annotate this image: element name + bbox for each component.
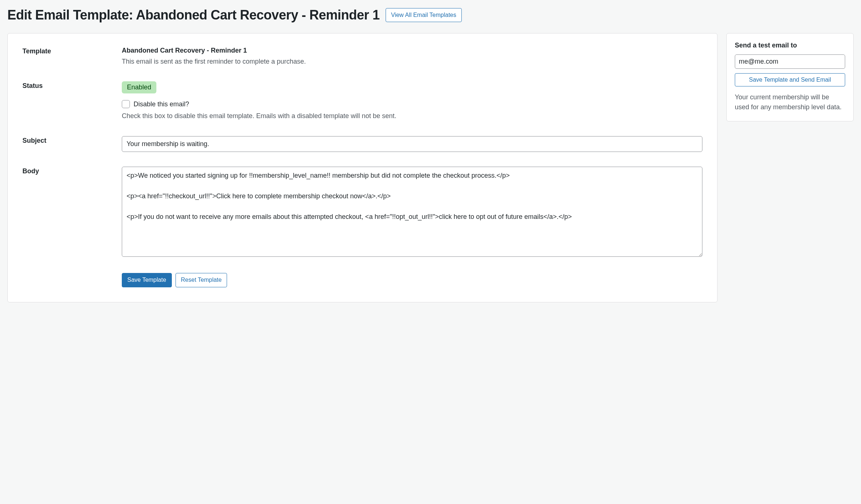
template-row: Template Abandoned Cart Recovery - Remin…	[22, 47, 702, 67]
body-label: Body	[22, 167, 39, 175]
body-row: Body	[22, 167, 702, 258]
save-and-send-button[interactable]: Save Template and Send Email	[735, 73, 845, 86]
status-label: Status	[22, 82, 43, 89]
reset-template-button[interactable]: Reset Template	[176, 273, 227, 287]
test-email-input[interactable]	[735, 54, 845, 69]
view-all-templates-button[interactable]: View All Email Templates	[386, 8, 462, 22]
save-template-button[interactable]: Save Template	[122, 273, 172, 287]
template-name: Abandoned Cart Recovery - Reminder 1	[122, 47, 702, 54]
test-email-heading: Send a test email to	[735, 42, 845, 49]
actions-row: Save Template Reset Template	[22, 273, 702, 287]
subject-row: Subject	[22, 136, 702, 152]
page-header: Edit Email Template: Abandoned Cart Reco…	[7, 7, 854, 23]
template-description: This email is sent as the first reminder…	[122, 57, 702, 67]
status-row: Status Enabled Disable this email? Check…	[22, 81, 702, 121]
page-layout: Template Abandoned Cart Recovery - Remin…	[7, 33, 854, 302]
page-title: Edit Email Template: Abandoned Cart Reco…	[7, 7, 380, 23]
disable-email-checkbox-label: Disable this email?	[134, 100, 189, 108]
template-label: Template	[22, 47, 51, 55]
test-email-note: Your current membership will be used for…	[735, 92, 845, 112]
status-badge: Enabled	[122, 81, 156, 93]
test-email-card: Send a test email to Save Template and S…	[726, 33, 854, 121]
disable-help-text: Check this box to disable this email tem…	[122, 111, 702, 121]
body-textarea[interactable]	[122, 167, 702, 257]
edit-template-card: Template Abandoned Cart Recovery - Remin…	[7, 33, 718, 302]
disable-email-checkbox[interactable]	[122, 100, 130, 108]
subject-input[interactable]	[122, 136, 702, 152]
subject-label: Subject	[22, 137, 46, 144]
